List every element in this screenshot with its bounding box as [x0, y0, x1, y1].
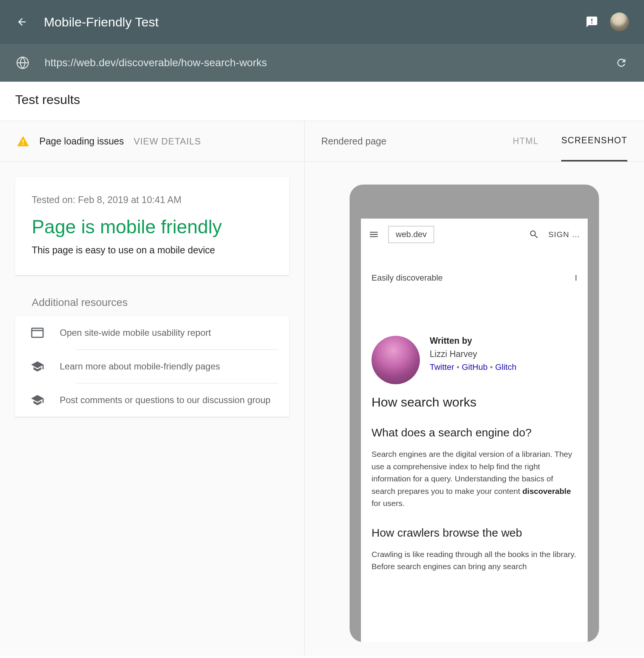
written-by-label: Written by	[430, 336, 516, 346]
author-name: Lizzi Harvey	[430, 349, 516, 359]
sign-in-label: SIGN …	[548, 230, 580, 239]
preview-panel: Rendered page HTML SCREENSHOT web.dev SI…	[305, 121, 644, 656]
preview-site-header: web.dev SIGN …	[361, 219, 588, 250]
app-title: Mobile-Friendly Test	[44, 15, 584, 29]
preview-paragraph-1: Search engines are the digital version o…	[361, 439, 588, 510]
svg-rect-1	[591, 22, 593, 23]
url-bar: https://web.dev/discoverable/how-search-…	[0, 44, 644, 82]
link-glitch: Glitch	[495, 362, 516, 372]
preview-h2-a: What does a search engine do?	[361, 410, 588, 439]
loading-issues-bar: Page loading issues VIEW DETAILS	[0, 121, 304, 162]
phone-frame: web.dev SIGN … Easily discoverable I Wri…	[350, 185, 599, 642]
preview-h1: How search works	[361, 384, 588, 410]
preview-breadcrumb: Easily discoverable I	[361, 250, 588, 283]
arrow-left-icon	[16, 16, 28, 28]
tab-html[interactable]: HTML	[513, 122, 539, 161]
verdict-card: Tested on: Feb 8, 2019 at 10:41 AM Page …	[15, 177, 289, 275]
phone-screen: web.dev SIGN … Easily discoverable I Wri…	[361, 219, 588, 642]
search-icon	[529, 229, 539, 240]
author-links: Twitter • GitHub • Glitch	[430, 362, 516, 372]
menu-icon	[368, 229, 379, 240]
results-panel: Page loading issues VIEW DETAILS Tested …	[0, 121, 305, 656]
svg-rect-4	[23, 143, 24, 144]
verdict-title: Page is mobile friendly	[32, 216, 272, 238]
svg-rect-3	[23, 140, 24, 142]
refresh-button[interactable]	[614, 55, 629, 70]
feedback-icon	[585, 16, 598, 28]
link-github: GitHub	[462, 362, 488, 372]
resource-usability-report[interactable]: Open site-wide mobile usability report	[15, 316, 289, 349]
resource-discussion[interactable]: Post comments or questions to our discus…	[15, 383, 289, 417]
tab-screenshot[interactable]: SCREENSHOT	[561, 121, 627, 161]
site-chip: web.dev	[388, 226, 434, 243]
school-icon	[31, 393, 44, 407]
results-heading: Test results	[0, 82, 644, 121]
feedback-button[interactable]	[584, 14, 599, 29]
breadcrumb-text: Easily discoverable	[372, 273, 443, 283]
tested-on-label: Tested on: Feb 8, 2019 at 10:41 AM	[32, 194, 272, 205]
resources-card: Open site-wide mobile usability report L…	[15, 316, 289, 417]
resource-label: Open site-wide mobile usability report	[60, 327, 289, 338]
link-twitter: Twitter	[430, 362, 454, 372]
preview-h2-b: How crawlers browse the web	[361, 510, 588, 539]
verdict-subtitle: This page is easy to use on a mobile dev…	[32, 245, 272, 256]
resource-label: Post comments or questions to our discus…	[60, 395, 289, 405]
url-input[interactable]: https://web.dev/discoverable/how-search-…	[45, 57, 614, 69]
rendered-page-label: Rendered page	[321, 136, 490, 147]
breadcrumb-indicator: I	[575, 273, 577, 283]
warning-icon	[17, 135, 29, 148]
loading-issues-label: Page loading issues	[39, 136, 124, 147]
preview-paragraph-2: Crawling is like reading through all the…	[361, 539, 588, 573]
view-details-button[interactable]: VIEW DETAILS	[134, 136, 201, 147]
resource-label: Learn more about mobile-friendly pages	[60, 361, 289, 372]
school-icon	[31, 360, 44, 373]
back-button[interactable]	[15, 15, 29, 29]
resource-learn-more[interactable]: Learn more about mobile-friendly pages	[15, 350, 289, 383]
resources-heading: Additional resources	[32, 296, 272, 309]
preview-header: Rendered page HTML SCREENSHOT	[305, 121, 644, 162]
user-avatar[interactable]	[610, 12, 629, 31]
refresh-icon	[615, 57, 627, 69]
svg-rect-0	[591, 19, 593, 22]
webpage-icon	[31, 326, 44, 340]
app-header: Mobile-Friendly Test	[0, 0, 644, 44]
globe-icon	[15, 55, 30, 70]
author-avatar	[372, 336, 420, 384]
preview-author-block: Written by Lizzi Harvey Twitter • GitHub…	[361, 283, 588, 384]
